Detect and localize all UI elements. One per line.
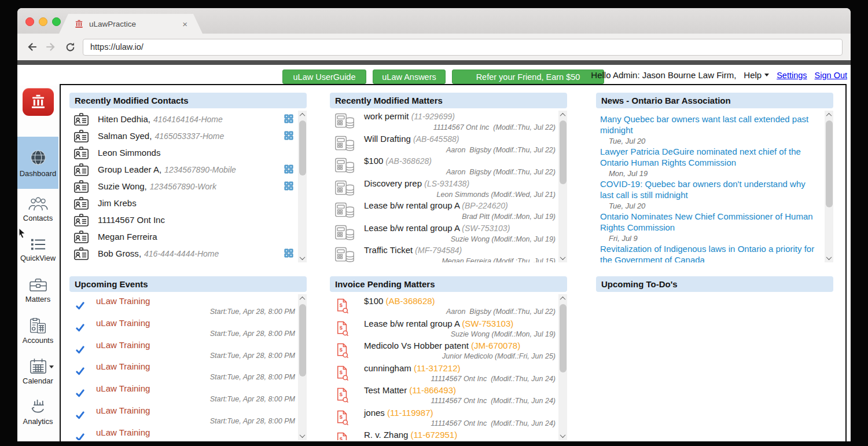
scrollbar-thumb[interactable] <box>560 120 567 184</box>
scroll-up-icon[interactable] <box>558 294 567 303</box>
forward-icon[interactable] <box>45 41 57 53</box>
contact-row[interactable]: 11114567 Ont Inc <box>69 211 307 228</box>
scroll-down-icon[interactable] <box>298 432 307 440</box>
contact-name: Jim Krebs <box>98 198 137 208</box>
event-start: Start:Tue, Apr 28, 8:00 PM <box>96 329 295 339</box>
scroll-up-icon[interactable] <box>825 111 833 119</box>
scroll-down-icon[interactable] <box>298 254 307 262</box>
browser-tab[interactable]: uLawPractice × <box>59 14 203 34</box>
matter-row[interactable]: Lease b/w rental group A (SW-753103) Suz… <box>330 222 567 245</box>
matter-row[interactable]: Will Drafting (AB-645588) Aaron Bigsby (… <box>330 133 567 156</box>
contact-row[interactable]: Megan Ferreira <box>69 228 307 245</box>
news-headline[interactable]: Many Quebec bar owners want last call ex… <box>600 114 819 136</box>
contact-row[interactable]: Hiten Dedhia, 4164164164-Home <box>69 111 307 127</box>
group-link-icon[interactable] <box>284 164 293 174</box>
scrollbar-thumb[interactable] <box>826 120 833 207</box>
scroll-down-icon[interactable] <box>558 432 567 440</box>
sidebar-item-analytics[interactable]: Analytics <box>17 392 58 432</box>
contact-row[interactable]: Jim Krebs <box>69 195 307 211</box>
event-row[interactable]: uLaw Training Start:Tue, Apr 28, 8:00 PM <box>69 427 307 440</box>
scroll-up-icon[interactable] <box>558 111 567 119</box>
panel-title: Upcoming Events <box>69 276 307 292</box>
sidebar-item-accounts[interactable]: Accounts <box>17 310 58 351</box>
scrollbar[interactable] <box>558 294 567 440</box>
contact-card-icon <box>73 112 89 126</box>
userguide-button[interactable]: uLaw UserGuide <box>282 70 366 84</box>
panel-title: Recently Modified Matters <box>330 93 567 108</box>
reload-icon[interactable] <box>64 41 76 53</box>
scrollbar[interactable] <box>298 294 307 440</box>
matters-list: work permit (11-929699) 11114567 Ont Inc… <box>330 111 567 262</box>
event-row[interactable]: uLaw Training Start:Tue, Apr 28, 8:00 PM <box>69 339 307 361</box>
contact-row[interactable]: Suzie Wong, 1234567890-Work <box>69 178 307 195</box>
answers-button[interactable]: uLaw Answers <box>373 70 446 84</box>
news-headline[interactable]: COVID-19: Quebec bar owners don't unders… <box>600 179 819 200</box>
matter-row[interactable]: Traffic Ticket (MF-794584) Megan Ferreir… <box>330 244 567 262</box>
news-headline[interactable]: Lawyer Patricia DeGuire nominated next c… <box>600 147 819 168</box>
invoice-matter-code: (JM-670078) <box>471 341 520 350</box>
settings-link[interactable]: Settings <box>777 71 807 80</box>
scroll-down-icon[interactable] <box>558 254 567 262</box>
matter-meta: Brad Pitt (Modif.:Mon, Jul 19) <box>364 211 556 222</box>
scroll-up-icon[interactable] <box>298 111 307 119</box>
matter-row[interactable]: $100 (AB-368628) Aaron Bigsby (Modif.:Th… <box>330 155 567 178</box>
zoom-window-button[interactable] <box>52 17 61 26</box>
contact-card-icon <box>73 196 89 210</box>
panel-title: News - Ontario Bar Association <box>596 93 833 108</box>
sidebar-item-dashboard[interactable]: Dashboard <box>17 137 58 189</box>
news-date: Tue, Jul 20 <box>600 200 819 211</box>
group-link-icon[interactable] <box>284 181 293 191</box>
minimize-window-button[interactable] <box>39 17 47 26</box>
scrollbar[interactable] <box>825 111 833 262</box>
invoice-row[interactable]: $ cunningham (11-317212) 11114567 Ont In… <box>330 363 567 385</box>
contact-card-icon <box>73 146 89 160</box>
event-row[interactable]: uLaw Training Start:Tue, Apr 28, 8:00 PM <box>69 383 307 405</box>
news-date: Tue, Jul 20 <box>600 136 819 147</box>
contact-row[interactable]: Bob Gross, 416-444-4444-Home <box>69 245 307 262</box>
invoice-row[interactable]: $ $100 (AB-368628) Aaron Bigsby (Modif.:… <box>330 295 567 318</box>
matter-row[interactable]: Lease b/w rental group A (BP-224620) Bra… <box>330 200 567 222</box>
group-link-icon[interactable] <box>284 114 293 123</box>
sidebar-item-matters[interactable]: Matters <box>17 270 58 310</box>
invoice-row[interactable]: $ jones (11-119987) 11114567 Ont Inc (Mo… <box>330 407 567 430</box>
invoice-row[interactable]: $ R. v. Zhang (11-672951) 11114567 Ont I… <box>330 429 567 440</box>
contact-row[interactable]: Group Leader A, 1234567890-Mobile <box>69 161 307 178</box>
greeting-text: Hello Admin: Jason Bourne Law Firm, <box>591 70 736 80</box>
event-row[interactable]: uLaw Training Start:Tue, Apr 28, 8:00 PM <box>69 405 307 427</box>
invoice-row[interactable]: $ Medicolo Vs Hobber patent (JM-670078) … <box>330 340 567 363</box>
group-link-icon[interactable] <box>284 248 293 258</box>
news-headline[interactable]: Ontario Nominates New Chief Commissioner… <box>600 211 819 233</box>
refer-friend-button[interactable]: Refer your Friend, Earn $50 <box>452 70 604 84</box>
invoice-row[interactable]: $ Lease b/w rental group A (SW-753103) S… <box>330 318 567 341</box>
invoices-list: $ $100 (AB-368628) Aaron Bigsby (Modif.:… <box>330 295 567 440</box>
scrollbar-thumb[interactable] <box>560 304 567 372</box>
news-headline[interactable]: Revitalization of Indigenous laws in Ont… <box>600 244 819 262</box>
group-link-icon[interactable] <box>284 131 293 140</box>
scroll-up-icon[interactable] <box>298 294 307 303</box>
contact-row[interactable]: Leon Simmonds <box>69 144 307 161</box>
ledger-coins-icon <box>334 112 355 131</box>
sidebar-item-calendar[interactable]: Calendar <box>17 351 58 392</box>
sidebar-item-contacts[interactable]: Contacts <box>17 189 58 229</box>
close-window-button[interactable] <box>25 17 34 26</box>
address-bar[interactable]: https://ulaw.io/ <box>83 39 843 56</box>
invoice-matter-code: (SW-753103) <box>462 319 513 328</box>
scrollbar[interactable] <box>558 111 567 262</box>
help-menu[interactable]: Help <box>744 70 769 80</box>
contact-row[interactable]: Salman Syed, 4165053337-Home <box>69 127 307 144</box>
matter-row[interactable]: Discovery prep (LS-931438) Leon Simmonds… <box>330 178 567 200</box>
signout-link[interactable]: Sign Out <box>815 71 847 80</box>
back-icon[interactable] <box>25 41 38 53</box>
event-row[interactable]: uLaw Training Start:Tue, Apr 28, 8:00 PM <box>69 295 307 317</box>
scrollbar-thumb[interactable] <box>299 120 306 176</box>
close-tab-icon[interactable]: × <box>182 19 187 29</box>
scrollbar[interactable] <box>298 111 307 262</box>
event-row[interactable]: uLaw Training Start:Tue, Apr 28, 8:00 PM <box>69 361 307 383</box>
matter-row[interactable]: work permit (11-929699) 11114567 Ont Inc… <box>330 111 567 133</box>
contact-name: Megan Ferreira <box>98 232 157 242</box>
ulaw-logo[interactable] <box>23 88 54 116</box>
scrollbar-thumb[interactable] <box>299 304 306 376</box>
event-row[interactable]: uLaw Training Start:Tue, Apr 28, 8:00 PM <box>69 317 307 339</box>
invoice-row[interactable]: $ Test Matter (11-866493) 11114567 Ont I… <box>330 385 567 407</box>
scroll-down-icon[interactable] <box>825 254 833 262</box>
